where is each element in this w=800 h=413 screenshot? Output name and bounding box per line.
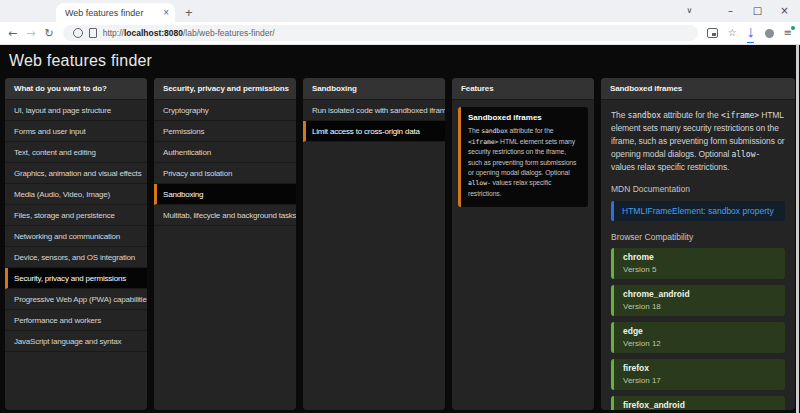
subcategory-item[interactable]: Multitab, lifecycle and background tasks	[154, 205, 296, 226]
browser-window: Web features finder × + ∨ – □ × ← → ↻ ht…	[0, 0, 800, 413]
category-item-selected[interactable]: Security, privacy and permissions	[5, 268, 147, 289]
compat-browser-name: firefox_android	[623, 400, 776, 410]
column-categories: What do you want to do? UI, layout and p…	[5, 78, 147, 410]
compat-browser-name: chrome_android	[623, 289, 776, 299]
category-item[interactable]: Device, sensors, and OS integration	[5, 247, 147, 268]
new-tab-icon[interactable]: +	[185, 5, 193, 20]
compat-browser-version: Version 18	[623, 302, 776, 311]
toolbar-icon-cluster: ☆ ↓ ≡	[707, 23, 792, 43]
compat-browser-name: chrome	[623, 252, 776, 262]
refresh-icon[interactable]: ↻	[44, 27, 53, 40]
column-features: Features Sandboxed iframes The sandbox a…	[452, 78, 594, 410]
category-item[interactable]: Files, storage and persistence	[5, 205, 147, 226]
subcategory-item[interactable]: Cryptography	[154, 100, 296, 121]
compat-card: firefox Version 17	[611, 359, 785, 390]
feature-card[interactable]: Sandboxed iframes The sandbox attribute …	[458, 107, 588, 207]
picture-in-picture-icon[interactable]	[707, 28, 718, 38]
task-item[interactable]: Run isolated code with sandboxed iframes	[303, 100, 445, 121]
downloads-icon[interactable]: ↓	[747, 23, 755, 43]
browser-compatibility-label: Browser Compatibility	[611, 232, 785, 242]
column-detail: Sandboxed iframes The sandbox attribute …	[601, 78, 795, 410]
compat-browser-version: Version 17	[623, 376, 776, 385]
detail-body: The sandbox attribute for the <iframe> H…	[601, 100, 795, 410]
mdn-link[interactable]: HTMLIFrameElement: sandbox property	[611, 201, 785, 221]
column-tasks-header: Sandboxing	[303, 78, 445, 100]
tab-strip: Web features finder × + ∨ – □ ×	[0, 0, 800, 22]
detail-header: Sandboxed iframes	[601, 78, 795, 100]
compat-browser-version: Version 5	[623, 265, 776, 274]
browser-toolbar: ← → ↻ http://localhost:8080/lab/web-feat…	[0, 22, 800, 45]
finder-columns: What do you want to do? UI, layout and p…	[5, 78, 795, 410]
detail-description: The sandbox attribute for the <iframe> H…	[611, 109, 785, 173]
url-prefix: http://	[103, 28, 124, 38]
category-item[interactable]: JavaScript language and syntax	[5, 331, 147, 352]
category-item[interactable]: Performance and workers	[5, 310, 147, 331]
tab-close-icon[interactable]: ×	[163, 7, 169, 18]
minimize-icon[interactable]: –	[717, 5, 744, 16]
window-controls: ∨ – □ ×	[676, 0, 798, 20]
menu-icon[interactable]: ≡	[784, 28, 792, 38]
feature-card-description: The sandbox attribute for the <iframe> H…	[468, 126, 581, 199]
browser-tab[interactable]: Web features finder ×	[56, 3, 175, 22]
compat-card: chrome Version 5	[611, 248, 785, 279]
column-subcategories: Security, privacy and permissions Crypto…	[154, 78, 296, 410]
column-features-header: Features	[452, 78, 594, 100]
column-categories-header: What do you want to do?	[5, 78, 147, 100]
page-content: Web features finder What do you want to …	[0, 45, 800, 413]
back-icon[interactable]: ←	[8, 27, 17, 40]
mdn-documentation-label: MDN Documentation	[611, 184, 785, 194]
category-item[interactable]: Networking and communication	[5, 226, 147, 247]
compat-card: firefox_android Version 17	[611, 396, 785, 410]
category-item[interactable]: Progressive Web App (PWA) capabilities	[5, 289, 147, 310]
compat-browser-version: Version 12	[623, 339, 776, 348]
compat-card: chrome_android Version 18	[611, 285, 785, 316]
favorites-star-icon[interactable]: ☆	[728, 28, 737, 38]
category-item[interactable]: Forms and user input	[5, 121, 147, 142]
page-icon	[89, 28, 97, 38]
url-path: /lab/web-features-finder/	[183, 28, 275, 38]
page-scrollbar[interactable]	[796, 45, 799, 413]
compat-browser-name: edge	[623, 326, 776, 336]
category-item[interactable]: Graphics, animation and visual effects	[5, 163, 147, 184]
forward-icon[interactable]: →	[26, 27, 35, 40]
task-item-selected[interactable]: Limit access to cross-origin data	[303, 121, 445, 142]
close-window-icon[interactable]: ×	[771, 5, 798, 16]
address-bar[interactable]: http://localhost:8080/lab/web-features-f…	[63, 25, 698, 41]
compat-browser-name: firefox	[623, 363, 776, 373]
subcategory-item[interactable]: Authentication	[154, 142, 296, 163]
page-title: Web features finder	[0, 45, 800, 70]
url-text: http://localhost:8080/lab/web-features-f…	[103, 28, 275, 38]
subcategory-item[interactable]: Permissions	[154, 121, 296, 142]
compat-card: edge Version 12	[611, 322, 785, 353]
subcategory-item-selected[interactable]: Sandboxing	[154, 184, 296, 205]
category-item[interactable]: Text, content and editing	[5, 142, 147, 163]
tab-title: Web features finder	[65, 8, 159, 18]
category-item[interactable]: Media (Audio, Video, Image)	[5, 184, 147, 205]
category-item[interactable]: UI, layout and page structure	[5, 100, 147, 121]
profile-avatar-icon[interactable]	[765, 29, 774, 38]
url-host: localhost:8080	[124, 28, 183, 38]
column-subcategories-header: Security, privacy and permissions	[154, 78, 296, 100]
column-tasks: Sandboxing Run isolated code with sandbo…	[303, 78, 445, 410]
site-info-icon[interactable]	[73, 28, 83, 38]
tab-search-icon[interactable]: ∨	[676, 6, 703, 15]
maximize-icon[interactable]: □	[744, 5, 771, 16]
feature-card-title: Sandboxed iframes	[468, 113, 581, 122]
subcategory-item[interactable]: Privacy and isolation	[154, 163, 296, 184]
